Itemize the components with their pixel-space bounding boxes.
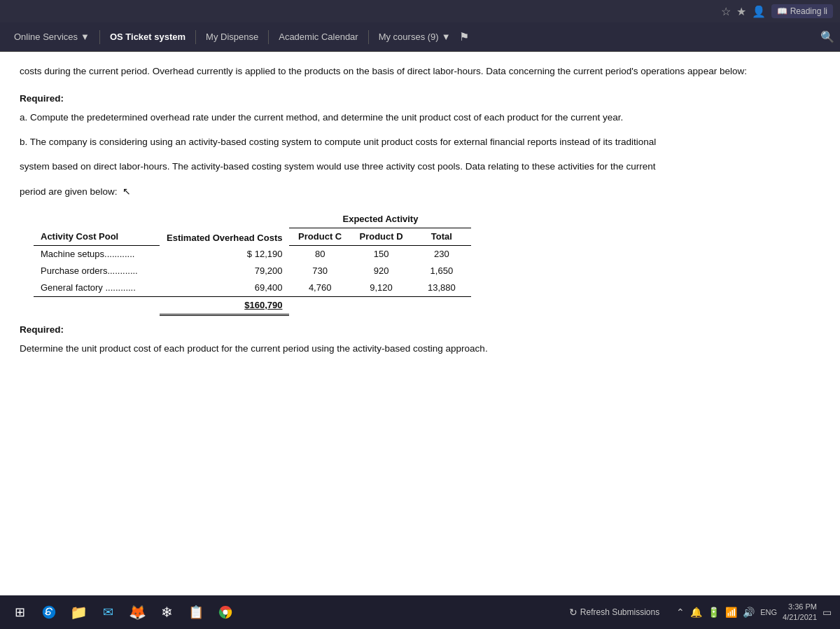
- col-header-estimated-overhead: Estimated Overhead Costs: [160, 211, 289, 246]
- refresh-label: Refresh Submissions: [580, 607, 659, 617]
- table-total-row: $160,790: [34, 297, 471, 315]
- main-content-area: costs during the current period. Overhea…: [0, 52, 840, 595]
- activity-table-wrapper: Activity Cost Pool Estimated Overhead Co…: [34, 211, 820, 317]
- notification-icon[interactable]: 🔔: [690, 607, 702, 618]
- row-3-product-d: 9,120: [351, 279, 412, 297]
- sidebar-item-os-ticket[interactable]: OS Ticket system: [102, 27, 194, 46]
- col-header-total: Total: [412, 228, 471, 245]
- row-1-name: Machine setups............: [34, 245, 160, 263]
- file-explorer-icon[interactable]: ⊞: [8, 601, 31, 623]
- sidebar-item-academic-calendar[interactable]: Academic Calendar: [270, 27, 366, 46]
- question-b-line2: system based on direct labor-hours. The …: [20, 160, 820, 174]
- navigation-bar: Online Services ▼ OS Ticket system My Di…: [0, 22, 840, 52]
- svg-point-1: [223, 610, 227, 614]
- chevron-down-icon: ▼: [80, 32, 90, 42]
- sidebar-item-my-courses[interactable]: My courses (9) ▼: [370, 27, 459, 46]
- speaker-icon[interactable]: 🔊: [743, 607, 755, 618]
- star-icon[interactable]: ☆: [721, 5, 731, 18]
- total-label: [34, 297, 160, 315]
- table-row: Machine setups............ $ 12,190 80 1…: [34, 245, 471, 263]
- nav-separator-3: [268, 30, 269, 44]
- nav-separator-4: [368, 30, 369, 44]
- firefox-icon[interactable]: 🦊: [126, 601, 148, 623]
- search-icon[interactable]: 🔍: [820, 30, 834, 43]
- activity-cost-table: Activity Cost Pool Estimated Overhead Co…: [34, 211, 471, 317]
- row-1-product-c: 80: [289, 245, 350, 263]
- reading-button[interactable]: 📖 Reading li: [771, 4, 833, 18]
- show-desktop-icon[interactable]: ▭: [822, 607, 832, 618]
- col-header-product-c: Product C: [289, 228, 350, 245]
- nav-label-online-services: Online Services: [14, 32, 78, 42]
- required-label-1: Required:: [20, 92, 820, 106]
- network-icon[interactable]: 📶: [725, 607, 737, 618]
- nav-separator-2: [195, 30, 196, 44]
- time-display: 3:36 PM: [783, 602, 817, 612]
- taskbar: ⊞ 📁 ✉ 🦊 ❄ 📋 ↻ Refresh Submissions ⌃ 🔔 🔋: [0, 595, 840, 629]
- mail-icon[interactable]: ✉: [97, 601, 119, 623]
- row-3-cost: 69,400: [160, 279, 289, 297]
- battery-icon[interactable]: 🔋: [708, 607, 720, 618]
- row-3-name: General factory ............: [34, 279, 160, 297]
- time-date-display: 3:36 PM 4/21/2021: [783, 602, 817, 623]
- reading-label: Reading li: [790, 6, 827, 16]
- col-header-expected-activity: Expected Activity: [289, 211, 471, 228]
- nav-label-my-dispense: My Dispense: [206, 32, 258, 42]
- cursor-icon: ↖: [122, 186, 131, 197]
- total-cost: $160,790: [160, 297, 289, 315]
- snowflake-app-icon[interactable]: ❄: [155, 601, 178, 623]
- nav-separator-1: [99, 30, 100, 44]
- table-row: Purchase orders............ 79,200 730 9…: [34, 263, 471, 279]
- question-b-line1: b. The company is considering using an a…: [20, 135, 820, 150]
- reading-book-icon: 📖: [777, 6, 788, 16]
- nav-label-my-courses: My courses (9): [379, 32, 439, 42]
- date-display: 4/21/2021: [783, 612, 817, 623]
- bookmark-icon[interactable]: ⚑: [459, 30, 469, 43]
- row-1-total: 230: [412, 245, 471, 263]
- row-2-total: 1,650: [412, 263, 471, 279]
- chrome-icon[interactable]: [214, 601, 237, 623]
- row-1-product-d: 150: [351, 245, 412, 263]
- browser-top-bar: ☆ ★ 👤 📖 Reading li: [0, 0, 840, 22]
- row-2-product-d: 920: [351, 263, 412, 279]
- star-filled-icon[interactable]: ★: [736, 5, 746, 18]
- question-b-line3: period are given below: ↖: [20, 184, 820, 200]
- edge-browser-icon[interactable]: [38, 601, 60, 623]
- row-1-cost: $ 12,190: [160, 245, 289, 263]
- sidebar-item-my-dispense[interactable]: My Dispense: [197, 27, 267, 46]
- person-icon[interactable]: 👤: [752, 5, 766, 18]
- nav-label-academic-calendar: Academic Calendar: [279, 32, 358, 42]
- table-row: General factory ............ 69,400 4,76…: [34, 279, 471, 297]
- folder-icon[interactable]: 📁: [67, 601, 90, 623]
- col-header-product-d: Product D: [351, 228, 412, 245]
- nav-label-os-ticket: OS Ticket system: [110, 32, 186, 42]
- row-3-total: 13,880: [412, 279, 471, 297]
- question-a-text: a. Compute the predetermined overhead ra…: [20, 111, 820, 125]
- refresh-icon: ↻: [569, 607, 578, 618]
- chevron-up-tray-icon[interactable]: ⌃: [676, 607, 685, 618]
- refresh-submissions-button[interactable]: ↻ Refresh Submissions: [569, 607, 659, 618]
- sidebar-item-online-services[interactable]: Online Services ▼: [6, 27, 98, 46]
- intro-paragraph: costs during the current period. Overhea…: [20, 64, 820, 79]
- chevron-down-icon-courses: ▼: [442, 32, 451, 42]
- required-label-2: Required:: [20, 323, 820, 338]
- teams-icon[interactable]: 📋: [185, 601, 207, 623]
- question-c-text: Determine the unit product cost of each …: [20, 342, 820, 357]
- row-2-cost: 79,200: [160, 263, 289, 279]
- row-2-name: Purchase orders............: [34, 263, 160, 279]
- system-tray: ↻ Refresh Submissions ⌃ 🔔 🔋 📶 🔊 ENG 3:36…: [569, 602, 832, 623]
- row-3-product-c: 4,760: [289, 279, 350, 297]
- row-2-product-c: 730: [289, 263, 350, 279]
- col-header-activity-pool: Activity Cost Pool: [34, 211, 160, 246]
- language-label[interactable]: ENG: [760, 608, 777, 616]
